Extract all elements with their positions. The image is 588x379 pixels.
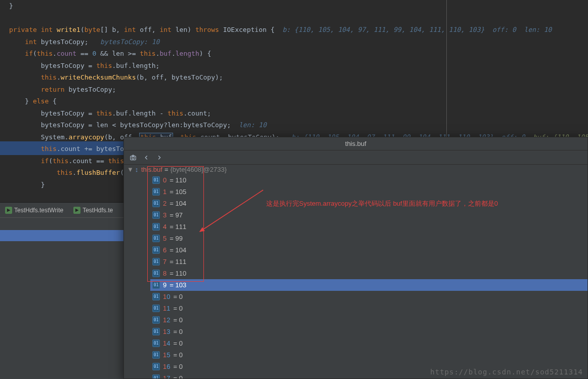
evaluate-popup[interactable]: this.buf 这是执行完System.arraycopy之举代码以后 buf…	[123, 137, 588, 379]
array-value: = 110	[170, 270, 186, 277]
code-line: }	[0, 0, 588, 12]
tab-label: TestHdfs.te	[82, 207, 113, 214]
back-icon[interactable]	[141, 153, 151, 163]
array-index: 4	[163, 223, 166, 231]
array-index: 2	[163, 200, 166, 207]
array-index: 6	[163, 246, 166, 254]
array-index: 7	[163, 258, 166, 266]
array-item-row[interactable]: 013 = 97	[150, 209, 587, 221]
run-tabs-strip[interactable]: ▶ TestHdfs.testWrite ▶ TestHdfs.te	[0, 202, 123, 217]
array-items-list[interactable]: 010 = 110011 = 105012 = 104013 = 97014 =…	[124, 174, 587, 378]
array-item-row[interactable]: 016 = 104	[150, 244, 587, 256]
popup-body[interactable]: 这是执行完System.arraycopy之举代码以后 buf里面就有用户数据了…	[124, 165, 587, 378]
array-item-row[interactable]: 0113 = 0	[150, 326, 587, 337]
code-line: this.writeChecksumChunks(b, off, bytesTo…	[0, 71, 588, 84]
array-item-row[interactable]: 018 = 110	[150, 268, 587, 279]
primitive-icon: 01	[152, 188, 160, 196]
array-index: 12	[163, 316, 170, 324]
array-index: 17	[163, 374, 170, 378]
root-name: this.buf	[141, 166, 162, 173]
primitive-icon: 01	[152, 351, 160, 359]
array-item-row[interactable]: 0114 = 0	[150, 337, 587, 349]
primitive-icon: 01	[152, 339, 160, 347]
code-line: } else {	[0, 95, 588, 107]
array-value: = 110	[170, 176, 186, 184]
run-tab[interactable]: ▶ TestHdfs.testWrite	[2, 205, 66, 216]
array-index: 13	[163, 328, 170, 335]
array-index: 0	[163, 176, 166, 184]
forward-icon[interactable]	[154, 153, 164, 163]
array-item-row[interactable]: 015 = 99	[150, 233, 587, 244]
array-item-row[interactable]: 011 = 105	[150, 186, 587, 198]
popup-toolbar	[124, 150, 587, 165]
array-item-row[interactable]: 014 = 111	[150, 221, 587, 233]
array-item-row[interactable]: 019 = 103	[150, 279, 587, 291]
primitive-icon: 01	[152, 200, 160, 207]
array-item-row[interactable]: 0115 = 0	[150, 349, 587, 361]
array-item-row[interactable]: 0110 = 0	[150, 291, 587, 302]
array-value: = 97	[170, 211, 183, 219]
test-icon: ▶	[73, 207, 80, 214]
array-item-row[interactable]: 0111 = 0	[150, 302, 587, 314]
array-value: = 0	[173, 316, 182, 324]
primitive-icon: 01	[152, 235, 160, 242]
array-index: 16	[163, 363, 170, 370]
watermark-text: https://blog.csdn.net/sod5211314	[430, 368, 583, 376]
code-line: bytesToCopy = len < bytesToCopy?len:byte…	[0, 119, 588, 131]
tree-root-row[interactable]: ▼ ↕ this.buf = {byte[4608]@2733}	[124, 165, 587, 174]
code-line: bytesToCopy = this.buf.length - this.cou…	[0, 107, 588, 120]
primitive-icon: 01	[152, 223, 160, 231]
primitive-icon: 01	[152, 246, 160, 254]
array-value: = 111	[170, 223, 186, 231]
tool-window-body[interactable]	[0, 217, 123, 379]
array-value: = 0	[173, 363, 182, 370]
primitive-icon: 01	[152, 258, 160, 266]
array-value: = 0	[173, 293, 182, 300]
run-tab[interactable]: ▶ TestHdfs.te	[70, 205, 116, 216]
tab-label: TestHdfs.testWrite	[14, 207, 63, 214]
code-line: private int write1(byte[] b, int off, in…	[0, 24, 588, 36]
array-value: = 99	[170, 235, 183, 242]
primitive-icon: 01	[152, 305, 160, 312]
array-index: 14	[163, 339, 170, 347]
primitive-icon: 01	[152, 176, 160, 184]
array-item-row[interactable]: 010 = 110	[150, 174, 587, 186]
popup-title: this.buf	[124, 137, 587, 150]
array-index: 1	[163, 188, 166, 196]
tool-window-selection	[0, 230, 123, 241]
svg-point-1	[132, 157, 135, 159]
array-index: 10	[163, 293, 170, 300]
array-item-row[interactable]: 017 = 111	[150, 256, 587, 268]
primitive-icon: 01	[152, 293, 160, 300]
camera-icon[interactable]	[128, 153, 138, 163]
array-value: = 104	[170, 200, 186, 207]
array-value: = 103	[170, 281, 186, 289]
code-line: return bytesToCopy;	[0, 84, 588, 96]
array-index: 11	[163, 305, 170, 312]
primitive-icon: 01	[152, 270, 160, 277]
code-line	[0, 12, 588, 24]
array-value: = 105	[170, 188, 186, 196]
root-value: {byte[4608]@2733}	[171, 166, 227, 173]
array-item-row[interactable]: 0112 = 0	[150, 314, 587, 326]
array-value: = 0	[173, 305, 182, 312]
array-item-row[interactable]: 012 = 104	[150, 198, 587, 209]
code-line: bytesToCopy = this.buf.length;	[0, 60, 588, 72]
primitive-icon: 01	[152, 211, 160, 219]
sort-icon[interactable]: ↕	[134, 166, 139, 173]
array-value: = 0	[173, 339, 182, 347]
array-index: 8	[163, 270, 166, 277]
expand-toggle-icon[interactable]: ▼	[127, 166, 132, 173]
array-value: = 0	[173, 328, 182, 335]
code-line: int bytesToCopy; bytesToCopy: 10	[0, 36, 588, 48]
code-line: if(this.count == 0 && len >= this.buf.le…	[0, 48, 588, 60]
primitive-icon: 01	[152, 316, 160, 324]
primitive-icon: 01	[152, 328, 160, 335]
array-index: 15	[163, 351, 170, 359]
array-value: = 0	[173, 374, 182, 378]
array-index: 5	[163, 235, 166, 242]
array-index: 9	[163, 281, 166, 289]
primitive-icon: 01	[152, 281, 160, 289]
test-icon: ▶	[5, 207, 12, 214]
array-value: = 0	[173, 351, 182, 359]
